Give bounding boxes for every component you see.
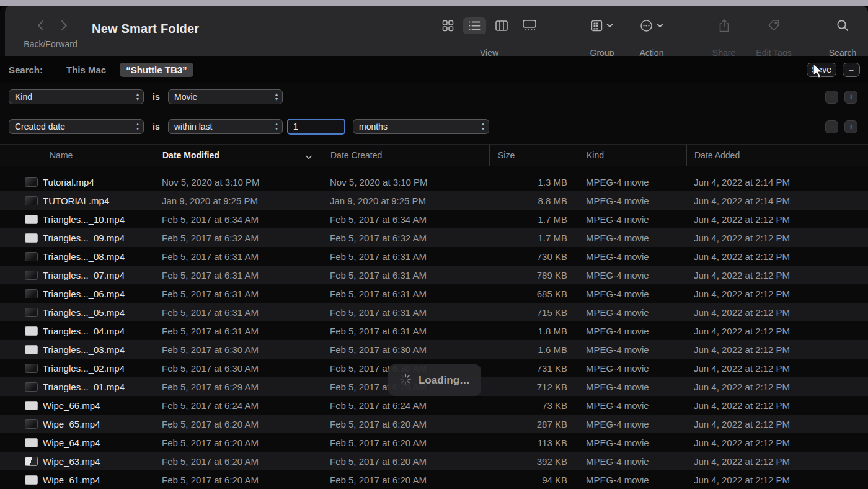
loading-overlay: Loading… — [388, 364, 481, 396]
table-row[interactable]: Triangles..._05.mp4 Feb 5, 2017 at 6:31 … — [0, 303, 868, 321]
table-row[interactable]: Triangles..._04.mp4 Feb 5, 2017 at 6:31 … — [0, 321, 868, 340]
grid-view-icon[interactable] — [442, 20, 454, 32]
kind-cell: MPEG-4 movie — [578, 363, 686, 374]
table-row[interactable]: Triangles..._03.mp4 Feb 5, 2017 at 6:30 … — [0, 340, 868, 359]
scope-this-mac[interactable]: This Mac — [60, 63, 112, 77]
date-created-cell: Feb 5, 2017 at 6:24 AM — [321, 400, 489, 411]
size-cell: 712 KB — [489, 382, 578, 392]
file-name: Wipe_65.mp4 — [43, 419, 100, 429]
filter-field-select[interactable]: Kind ▴▾ — [9, 89, 144, 104]
date-added-cell: Jun 4, 2022 at 2:12 PM — [686, 344, 868, 355]
desktop-edge — [0, 0, 868, 6]
filter-relation-label: is — [153, 92, 161, 102]
filter-value-select[interactable]: Movie ▴▾ — [168, 89, 283, 104]
column-header-date-added[interactable]: Date Added — [686, 145, 868, 166]
filter-unit-select[interactable]: months ▴▾ — [353, 119, 489, 134]
scope-shuttle-tb3[interactable]: “Shuttle TB3” — [120, 63, 193, 77]
date-added-cell: Jun 4, 2022 at 2:12 PM — [686, 382, 868, 392]
collapse-search-button[interactable]: − — [843, 63, 860, 77]
spinner-icon — [399, 373, 412, 388]
movie-thumbnail-icon — [25, 438, 38, 447]
date-modified-cell: Feb 5, 2017 at 6:30 AM — [154, 344, 321, 355]
date-modified-cell: Feb 5, 2017 at 6:31 AM — [154, 326, 321, 336]
column-header-date-created[interactable]: Date Created — [321, 145, 489, 166]
date-added-cell: Jun 4, 2022 at 2:12 PM — [686, 307, 868, 318]
group-button[interactable]: Group — [577, 14, 627, 37]
add-rule-button[interactable]: + — [844, 120, 857, 133]
group-chevron-icon — [606, 23, 613, 28]
table-row[interactable]: Wipe_65.mp4 Feb 5, 2017 at 6:20 AM Feb 5… — [0, 415, 868, 433]
table-row[interactable]: TUTORIAL.mp4 Jan 9, 2020 at 9:25 PM Jan … — [0, 191, 868, 210]
table-row[interactable]: Triangles..._06.mp4 Feb 5, 2017 at 6:31 … — [0, 284, 868, 303]
size-cell: 1.6 MB — [489, 344, 578, 355]
date-added-cell: Jun 4, 2022 at 2:12 PM — [686, 289, 868, 299]
date-created-cell: Feb 5, 2017 at 6:31 AM — [321, 289, 489, 299]
add-rule-button[interactable]: + — [844, 91, 857, 104]
column-header-size[interactable]: Size — [489, 145, 578, 166]
table-row[interactable]: Triangles..._10.mp4 Feb 5, 2017 at 6:34 … — [0, 210, 868, 228]
mouse-cursor — [811, 63, 826, 82]
date-created-cell: Feb 5, 2017 at 6:20 AM — [321, 456, 489, 467]
stepper-icon: ▴▾ — [136, 92, 139, 102]
column-header-kind[interactable]: Kind — [578, 145, 686, 166]
column-header-date-modified[interactable]: Date Modified — [154, 145, 321, 166]
kind-cell: MPEG-4 movie — [578, 475, 686, 485]
file-name: Triangles..._08.mp4 — [43, 251, 125, 262]
forward-icon[interactable] — [58, 19, 71, 32]
table-row[interactable]: Triangles..._08.mp4 Feb 5, 2017 at 6:31 … — [0, 247, 868, 266]
date-added-cell: Jun 4, 2022 at 2:12 PM — [686, 419, 868, 429]
table-row[interactable]: Wipe_66.mp4 Feb 5, 2017 at 6:24 AM Feb 5… — [0, 396, 868, 415]
file-name: Triangles..._02.mp4 — [43, 363, 125, 374]
finder-window: Back/Forward New Smart Folder — [0, 6, 868, 489]
kind-cell: MPEG-4 movie — [578, 326, 686, 336]
remove-rule-button[interactable]: − — [825, 120, 838, 133]
table-row[interactable]: Wipe_61.mp4 Feb 5, 2017 at 6:20 AM Feb 5… — [0, 470, 868, 489]
date-created-cell: Feb 5, 2017 at 6:31 AM — [321, 270, 489, 280]
stepper-icon: ▴▾ — [136, 122, 139, 132]
column-header-name[interactable]: Name — [0, 145, 154, 166]
date-added-cell: Jun 4, 2022 at 2:12 PM — [686, 456, 868, 467]
filter-field-select[interactable]: Created date ▴▾ — [9, 119, 144, 134]
search-button[interactable]: Search — [819, 14, 866, 37]
table-row[interactable]: Triangles..._09.mp4 Feb 5, 2017 at 6:32 … — [0, 228, 868, 247]
table-row[interactable]: Wipe_63.mp4 Feb 5, 2017 at 6:20 AM Feb 5… — [0, 452, 868, 470]
gallery-view-icon[interactable] — [523, 20, 536, 31]
remove-rule-button[interactable]: − — [825, 91, 838, 104]
filter-value-select[interactable]: within last ▴▾ — [168, 119, 283, 134]
window-title: New Smart Folder — [92, 22, 199, 36]
movie-thumbnail-icon — [25, 457, 38, 466]
file-name: Tutorial.mp4 — [43, 177, 94, 187]
kind-cell: MPEG-4 movie — [578, 456, 686, 467]
stepper-icon: ▴▾ — [275, 92, 278, 102]
kind-cell: MPEG-4 movie — [578, 437, 686, 448]
kind-cell: MPEG-4 movie — [578, 419, 686, 429]
column-view-icon[interactable] — [495, 20, 508, 31]
date-added-cell: Jun 4, 2022 at 2:14 PM — [686, 195, 868, 206]
date-added-cell: Jun 4, 2022 at 2:12 PM — [686, 251, 868, 262]
size-cell: 113 KB — [489, 437, 578, 448]
filter-unit-text: months — [359, 122, 388, 132]
date-created-cell: Nov 5, 2020 at 3:10 PM — [321, 177, 489, 187]
file-name-cell: Triangles..._08.mp4 — [0, 251, 154, 262]
date-added-cell: Jun 4, 2022 at 2:12 PM — [686, 400, 868, 411]
movie-thumbnail-icon — [25, 419, 38, 429]
file-name: Triangles..._09.mp4 — [43, 233, 125, 243]
action-button[interactable]: Action — [627, 14, 676, 37]
movie-thumbnail-icon — [25, 177, 38, 187]
filter-amount-input[interactable] — [287, 119, 345, 135]
file-name-cell: Triangles..._06.mp4 — [0, 289, 154, 299]
table-row[interactable]: Wipe_64.mp4 Feb 5, 2017 at 6:20 AM Feb 5… — [0, 433, 868, 452]
movie-thumbnail-icon — [25, 401, 38, 410]
kind-cell: MPEG-4 movie — [578, 251, 686, 262]
share-button[interactable]: Share — [701, 14, 747, 37]
table-row[interactable]: Triangles..._07.mp4 Feb 5, 2017 at 6:31 … — [0, 266, 868, 284]
list-view-icon[interactable] — [463, 17, 486, 34]
date-modified-cell: Feb 5, 2017 at 6:24 AM — [154, 400, 321, 411]
table-row[interactable]: Tutorial.mp4 Nov 5, 2020 at 3:10 PM Nov … — [0, 173, 868, 191]
size-cell: 94 KB — [489, 475, 578, 485]
kind-cell: MPEG-4 movie — [578, 233, 686, 243]
movie-thumbnail-icon — [25, 308, 38, 317]
edit-tags-button[interactable]: Edit Tags — [747, 14, 800, 37]
back-icon[interactable] — [35, 19, 48, 32]
date-added-cell: Jun 4, 2022 at 2:14 PM — [686, 177, 868, 187]
